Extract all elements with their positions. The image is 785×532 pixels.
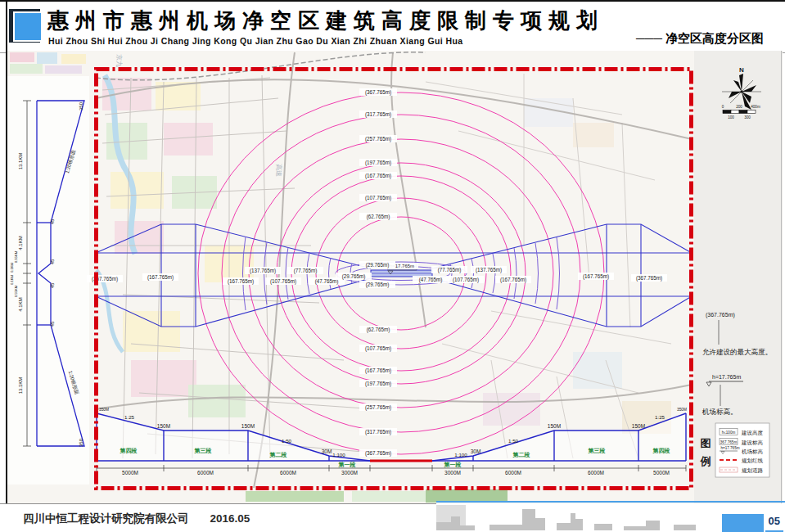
- page-title-pinyin: Hui Zhou Shi Hui Zhou Ji Chang Jing Kong…: [48, 36, 463, 46]
- profile-height: 30M: [471, 449, 481, 454]
- profile-distance: 5000M: [122, 470, 138, 476]
- lateral-height: 45: [50, 259, 55, 264]
- ring-label-bottom: (62.765m): [367, 327, 390, 333]
- ring-label-top: (107.765m): [365, 195, 391, 201]
- centerline-label: (167.765m): [583, 273, 609, 280]
- profile-segment: 第二段: [269, 452, 287, 458]
- svg-text:允许建设的最大高度。: 允许建设的最大高度。: [702, 348, 772, 356]
- scalebar-tick: 0: [722, 105, 724, 109]
- ring-label-top: (197.765m): [365, 160, 391, 166]
- legend-title: 图: [701, 437, 711, 449]
- ring-label-bottom: (367.765m): [365, 450, 391, 457]
- lateral-distance: 0.1KM: [10, 262, 14, 273]
- basemap-text-highway: 高速: [275, 164, 282, 177]
- legend-symbol-text: h≤100m: [722, 431, 736, 435]
- profile-slope: 1:50: [508, 438, 519, 444]
- profile-segment: 第一段: [338, 462, 356, 468]
- page-number: 05: [769, 515, 780, 527]
- blue-square-logo-icon: [13, 11, 43, 42]
- profile-corner-height: 350M: [677, 408, 687, 412]
- ring-label-bottom: (257.765m): [365, 404, 391, 411]
- centerline-label: (167.765m): [500, 277, 526, 283]
- svg-text:机场标高。: 机场标高。: [702, 408, 738, 416]
- lateral-height: 45: [50, 282, 55, 288]
- scalebar-tick: 200: [736, 105, 742, 109]
- page-title: 惠州市惠州机场净空区建筑高度限制专项规划: [47, 7, 604, 35]
- page-border-right: [781, 51, 782, 503]
- profile-slope: 1:25: [124, 414, 135, 420]
- lateral-height: 45: [50, 321, 55, 327]
- centerline-label: (107.765m): [270, 278, 296, 285]
- centerline-label: (107.765m): [453, 277, 479, 283]
- svg-text:N: N: [739, 66, 744, 74]
- profile-segment: 第三段: [194, 448, 212, 454]
- basemap-text-railway: 京九: [115, 54, 123, 68]
- company-credit: 四川中恒工程设计研究院有限公司2016.05: [23, 512, 250, 526]
- profile-distance: 6000M: [280, 470, 296, 476]
- scalebar-tick: 300: [744, 115, 751, 119]
- legend-title: 例: [700, 455, 711, 467]
- svg-text:h=17.765m: h=17.765m: [712, 374, 741, 380]
- page-number-block: [722, 514, 764, 532]
- bottom-bar: 四川中恒工程设计研究院有限公司2016.05 05: [0, 503, 785, 532]
- lateral-distance: 13.1KM: [18, 377, 23, 394]
- centerline-label: (367.765m): [636, 275, 662, 282]
- lateral-height: 45: [50, 219, 55, 224]
- profile-segment: 第一段: [444, 462, 462, 468]
- title-bar: 惠州市惠州机场净空区建筑高度限制专项规划 Hui Zhou Shi Hui Zh…: [0, 2, 785, 51]
- legend-label: 规划红线: [742, 458, 764, 464]
- profile-distance: 3000M: [341, 470, 358, 476]
- ring-label-bottom: (317.765m): [365, 429, 391, 435]
- profile-slope: 1:25: [655, 414, 665, 420]
- legend-label: 建设高度: [741, 430, 764, 436]
- lateral-distance: 4.1KM: [18, 236, 23, 250]
- sheet-subtitle: ─── 净空区高度分区图: [636, 31, 764, 47]
- legend-symbol-text: h=17.765m: [720, 446, 739, 450]
- lateral-distance: 0.55KM: [14, 285, 18, 297]
- profile-segment: 第二段: [512, 452, 530, 458]
- profile-segment: 第四段: [652, 448, 670, 454]
- ring-label-top: (167.765m): [365, 173, 391, 179]
- company-name: 四川中恒工程设计研究院有限公司: [23, 512, 189, 525]
- profile-height: 150M: [632, 423, 645, 429]
- sheet-date: 2016.05: [210, 512, 250, 525]
- profile-height: 150M: [157, 423, 170, 429]
- centerline-label: (137.765m): [476, 267, 502, 273]
- runway: [371, 270, 432, 277]
- lateral-height: 350: [79, 438, 83, 447]
- centerline-label: (29.765m): [366, 282, 390, 288]
- legend-label: 机场标高: [742, 449, 764, 455]
- centerline-label: (167.765m): [147, 274, 174, 281]
- scalebar-tick: 400m: [751, 105, 760, 109]
- ring-label-bottom: (107.765m): [365, 345, 391, 352]
- legend-label: 规划道路: [742, 467, 764, 474]
- legend-symbol-text: 367.765m: [720, 440, 738, 444]
- profile-distance: 6000M: [197, 470, 214, 476]
- profile-corner-height: 350M: [99, 408, 109, 412]
- profile-distance: 6000M: [505, 470, 521, 476]
- profile-segment: 第四段: [120, 448, 138, 454]
- centerline-label: (137.765m): [250, 268, 276, 274]
- profile-slope: 1:100: [454, 452, 467, 458]
- centerline-label: (47.765m): [419, 277, 443, 283]
- lateral-distance: 0.55KM: [14, 250, 18, 263]
- ring-label-bottom: (167.765m): [365, 367, 391, 374]
- profile-distance: 6000M: [588, 470, 604, 476]
- ring-label-top: (317.765m): [365, 111, 391, 118]
- profile-height: 30M: [322, 449, 332, 454]
- ring-label-bottom: (197.765m): [365, 381, 391, 387]
- centerline-label: (47.765m): [315, 278, 339, 285]
- scalebar-tick: 100: [728, 115, 734, 119]
- drawing-area: 京九 高速 3504545454535013.1KM4.1KM0.55KM0.1…: [0, 51, 785, 503]
- profile-height: 150M: [241, 423, 255, 429]
- lateral-distance: 4.1KM: [18, 297, 23, 311]
- centerline-label: (29.765m): [366, 262, 390, 268]
- left-profile-panel: 3504545454535013.1KM4.1KM0.55KM0.1KM0.1K…: [7, 76, 89, 485]
- bottom-separator-blue: [436, 501, 785, 503]
- profile-height: 150M: [548, 423, 561, 429]
- ring-label-top: (367.765m): [365, 89, 391, 96]
- centerline-label: (29.765m): [342, 273, 366, 280]
- profile-distance: 5000M: [653, 470, 670, 476]
- ring-label-top: (257.765m): [365, 136, 391, 142]
- page-border-left: [6, 0, 7, 503]
